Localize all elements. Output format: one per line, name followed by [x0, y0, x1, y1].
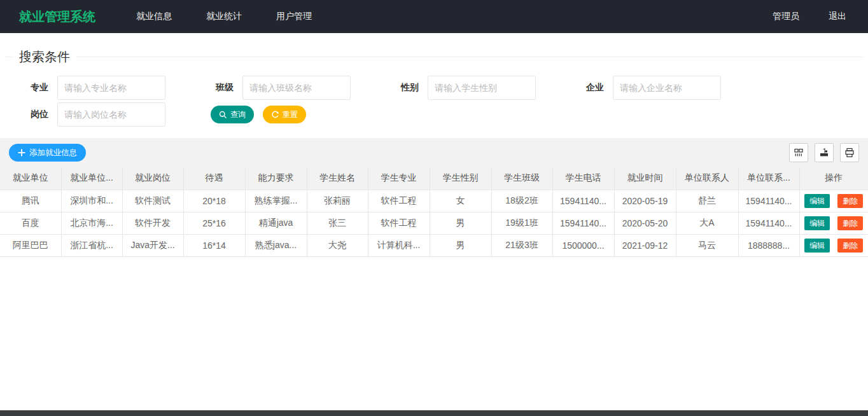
company-label: 企业	[561, 82, 613, 94]
table-row: 阿里巴巴 浙江省杭... Java开发... 16*14 熟悉java... 大…	[0, 234, 868, 256]
cell-student-phone: 15941140...	[552, 190, 614, 212]
edit-button[interactable]: 编辑	[804, 216, 830, 230]
cell-position: 软件测试	[122, 190, 183, 212]
cell-contact: 马云	[676, 234, 738, 256]
search-icon	[219, 111, 227, 119]
horizontal-scrollbar[interactable]	[0, 410, 868, 416]
reset-button[interactable]: 重置	[263, 106, 306, 123]
field-company: 企业	[561, 76, 746, 100]
refresh-icon	[271, 111, 279, 119]
field-major: 专业	[5, 76, 190, 100]
col-unit-address[interactable]: 就业单位...	[61, 167, 122, 190]
nav-item-employment-stats[interactable]: 就业统计	[206, 11, 242, 22]
cell-address: 北京市海...	[61, 212, 122, 234]
col-operations[interactable]: 操作	[799, 167, 868, 190]
search-section: 搜索条件 专业 班级 性别 企业 岗位	[0, 48, 868, 127]
col-unit-contact-phone[interactable]: 单位联系...	[738, 167, 799, 190]
cell-date: 2021-09-12	[614, 234, 676, 256]
cell-position: 软件开发	[122, 212, 183, 234]
search-buttons: 查询 重置	[211, 106, 306, 123]
current-user[interactable]: 管理员	[773, 11, 799, 22]
navbar-right: 管理员 退出	[773, 11, 846, 22]
add-employment-button[interactable]: 添加就业信息	[9, 144, 86, 162]
table-tool-buttons	[783, 143, 859, 162]
cell-student-phone: 1500000...	[552, 234, 614, 256]
print-icon	[844, 148, 855, 158]
search-form-row-2: 岗位 查询 重置	[5, 102, 863, 127]
logout-button[interactable]: 退出	[829, 11, 846, 22]
cell-operations: 编辑 删除	[799, 234, 868, 256]
table-toolbar: 添加就业信息	[0, 138, 868, 167]
cell-address: 浙江省杭...	[61, 234, 122, 256]
gender-label: 性别	[375, 82, 428, 94]
cell-student-major: 计算机科...	[368, 234, 430, 256]
col-position[interactable]: 就业岗位	[122, 167, 183, 190]
add-employment-label: 添加就业信息	[29, 148, 77, 158]
company-input[interactable]	[613, 76, 721, 100]
app-title[interactable]: 就业管理系统	[19, 8, 95, 25]
cell-salary: 25*16	[183, 212, 245, 234]
cell-salary: 16*14	[183, 234, 245, 256]
cell-student-gender: 女	[430, 190, 491, 212]
position-label: 岗位	[5, 109, 57, 120]
cell-contact: 舒兰	[676, 190, 738, 212]
position-input[interactable]	[57, 102, 165, 127]
search-legend: 搜索条件	[13, 48, 76, 66]
nav-item-employment-info[interactable]: 就业信息	[136, 11, 172, 22]
nav-item-user-management[interactable]: 用户管理	[276, 11, 312, 22]
delete-button[interactable]: 删除	[837, 194, 863, 208]
columns-filter-button[interactable]	[789, 143, 808, 162]
cell-contact-phone: 1888888...	[738, 234, 799, 256]
delete-button[interactable]: 删除	[837, 216, 863, 230]
table-body: 腾讯 深圳市和... 软件测试 20*18 熟练掌握... 张莉丽 软件工程 女…	[0, 190, 868, 256]
col-employment-date[interactable]: 就业时间	[614, 167, 676, 190]
col-employment-unit[interactable]: 就业单位	[0, 167, 61, 190]
class-label: 班级	[190, 82, 242, 94]
export-icon	[819, 148, 829, 158]
query-button[interactable]: 查询	[211, 106, 254, 123]
col-student-major[interactable]: 学生专业	[368, 167, 430, 190]
field-position: 岗位	[5, 102, 190, 127]
cell-student-name: 张三	[307, 212, 368, 234]
query-button-label: 查询	[230, 109, 246, 120]
cell-operations: 编辑 删除	[799, 212, 868, 234]
cell-salary: 20*18	[183, 190, 245, 212]
table-header: 就业单位 就业单位... 就业岗位 待遇 能力要求 学生姓名 学生专业 学生性别…	[0, 167, 868, 190]
col-salary[interactable]: 待遇	[183, 167, 245, 190]
search-fieldset: 搜索条件	[5, 48, 863, 66]
gender-input[interactable]	[428, 76, 536, 100]
reset-button-label: 重置	[283, 109, 298, 120]
col-student-phone[interactable]: 学生电话	[552, 167, 614, 190]
cell-position: Java开发...	[122, 234, 183, 256]
cell-requirements: 熟练掌握...	[245, 190, 307, 212]
cell-student-class: 19级1班	[491, 212, 552, 234]
export-button[interactable]	[815, 143, 834, 162]
class-input[interactable]	[242, 76, 351, 100]
major-input[interactable]	[57, 76, 165, 100]
edit-button[interactable]: 编辑	[804, 194, 830, 208]
cell-unit: 百度	[0, 212, 61, 234]
employment-table: 就业单位 就业单位... 就业岗位 待遇 能力要求 学生姓名 学生专业 学生性别…	[0, 167, 868, 257]
col-student-name[interactable]: 学生姓名	[307, 167, 368, 190]
cell-unit: 阿里巴巴	[0, 234, 61, 256]
cell-student-gender: 男	[430, 234, 491, 256]
cell-requirements: 熟悉java...	[245, 234, 307, 256]
delete-button[interactable]: 删除	[837, 239, 863, 253]
cell-address: 深圳市和...	[61, 190, 122, 212]
table-row: 百度 北京市海... 软件开发 25*16 精通java 张三 软件工程 男 1…	[0, 212, 868, 234]
cell-student-class: 18级2班	[491, 190, 552, 212]
columns-filter-icon	[794, 148, 804, 158]
field-gender: 性别	[375, 76, 561, 100]
col-unit-contact[interactable]: 单位联系人	[676, 167, 738, 190]
cell-student-major: 软件工程	[368, 212, 430, 234]
top-navbar: 就业管理系统 就业信息 就业统计 用户管理 管理员 退出	[0, 0, 868, 33]
print-button[interactable]	[840, 143, 859, 162]
search-form: 专业 班级 性别 企业 岗位	[5, 76, 863, 127]
col-student-gender[interactable]: 学生性别	[430, 167, 491, 190]
edit-button[interactable]: 编辑	[804, 239, 830, 253]
cell-student-class: 21级3班	[491, 234, 552, 256]
col-requirements[interactable]: 能力要求	[245, 167, 307, 190]
cell-contact: 大A	[676, 212, 738, 234]
col-student-class[interactable]: 学生班级	[491, 167, 552, 190]
cell-operations: 编辑 删除	[799, 190, 868, 212]
